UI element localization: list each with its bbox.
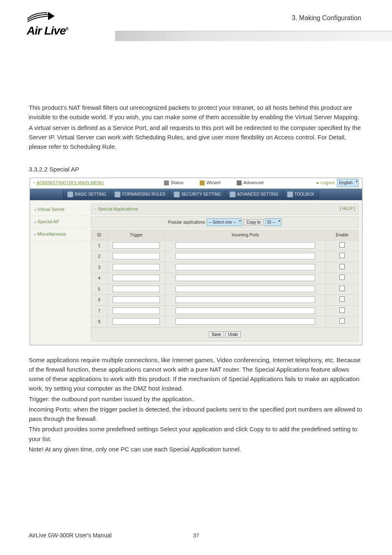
row-id: 4 <box>91 273 108 284</box>
nav-security-setting[interactable]: SECURITY SETTING <box>170 190 226 199</box>
advanced-nav-icon <box>230 192 235 197</box>
copy-to-button[interactable]: Copy to <box>244 219 263 225</box>
sidebar-item-special-ap[interactable]: ●Special AP <box>30 216 88 228</box>
nav-basic-setting[interactable]: BASIC SETTING <box>63 190 111 199</box>
trigger-input[interactable] <box>113 318 159 325</box>
security-icon <box>174 192 180 197</box>
logout-link[interactable]: ▸ Logout <box>317 179 334 186</box>
undo-button[interactable]: Undo <box>225 331 241 338</box>
row-id: 7 <box>91 305 108 317</box>
trigger-input[interactable] <box>113 264 159 271</box>
col-trigger: Trigger <box>108 230 165 240</box>
toolbox-icon <box>287 192 293 197</box>
footer-manual: AirLive GW-300R User's Manual <box>29 532 112 539</box>
nav-forwarding-rules[interactable]: FORWARDING RULES <box>111 190 170 199</box>
trigger-input[interactable] <box>113 242 159 249</box>
table-row: 1 <box>91 240 359 251</box>
trigger-input[interactable] <box>113 296 159 303</box>
nav-advanced-setting[interactable]: ADVANCED SETTING <box>226 190 283 199</box>
table-row: 5 <box>91 284 359 295</box>
incoming-input[interactable] <box>175 242 315 249</box>
col-enable: Enable <box>326 230 359 240</box>
enable-checkbox[interactable] <box>339 286 345 291</box>
trigger-input[interactable] <box>113 286 159 292</box>
admin-panel: ▫ ADMINISTRATOR's MAIN MENU Status Wizar… <box>30 178 362 345</box>
forwarding-icon <box>115 192 120 197</box>
table-row: 7 <box>91 305 359 317</box>
sidebar-item-virtual-server[interactable]: ●Virtual Server <box>30 204 88 216</box>
paragraph-6: This product provides some predefined se… <box>29 424 363 444</box>
header-divider <box>115 31 392 41</box>
col-incoming: Incoming Ports <box>165 230 326 240</box>
incoming-input[interactable] <box>175 264 315 271</box>
wizard-link[interactable]: Wizard <box>200 179 220 186</box>
incoming-input[interactable] <box>175 296 315 303</box>
admin-sidebar: ●Virtual Server ●Special AP ●Miscellaneo… <box>30 200 88 345</box>
trigger-input[interactable] <box>113 253 159 259</box>
col-id: ID <box>91 230 108 240</box>
trigger-input[interactable] <box>113 308 159 314</box>
incoming-input[interactable] <box>175 308 315 314</box>
enable-checkbox[interactable] <box>339 308 345 313</box>
row-id: 2 <box>91 251 108 262</box>
row-id: 8 <box>91 317 108 328</box>
sidebar-bullet: ▫ <box>33 179 35 186</box>
row-id: 5 <box>91 284 108 295</box>
paragraph-4: Trigger: the outbound port number issued… <box>29 394 363 404</box>
table-row: 2 <box>91 251 359 262</box>
popular-label: Popular applications <box>168 219 205 226</box>
table-row: 6 <box>91 295 359 306</box>
logo-reg: ® <box>66 27 68 31</box>
table-row: 4 <box>91 273 359 284</box>
chapter-title: 3. Making Configuration <box>292 14 361 22</box>
enable-checkbox[interactable] <box>339 253 345 258</box>
enable-checkbox[interactable] <box>339 242 345 247</box>
paragraph-1: This product's NAT firewall filters out … <box>29 103 363 122</box>
special-ap-table: ID Trigger Incoming Ports Enable 1234567… <box>91 230 359 328</box>
advanced-icon <box>237 180 242 185</box>
advanced-link[interactable]: Advanced <box>237 179 263 186</box>
wizard-icon <box>200 180 205 185</box>
admin-main-menu-title[interactable]: ADMINISTRATOR's MAIN MENU <box>37 179 111 186</box>
enable-checkbox[interactable] <box>339 296 345 302</box>
nav-bar: BASIC SETTING FORWARDING RULES SECURITY … <box>30 189 362 200</box>
paragraph-2: A virtual server is defined as a Service… <box>29 123 363 152</box>
table-row: 8 <box>91 317 359 328</box>
logo-text-post: Live <box>44 24 66 37</box>
paragraph-7: Note! At any given time, only one PC can… <box>29 444 363 454</box>
incoming-input[interactable] <box>175 286 315 292</box>
incoming-input[interactable] <box>175 275 315 281</box>
help-link[interactable]: [ HELP ] <box>340 206 355 212</box>
row-id: 6 <box>91 295 108 306</box>
nav-toolbox[interactable]: TOOLBOX <box>283 190 319 199</box>
save-button[interactable]: Save <box>209 331 224 338</box>
enable-checkbox[interactable] <box>339 264 345 269</box>
logo-text-pre: Air <box>27 24 42 37</box>
id-select[interactable]: ID -- <box>265 218 281 227</box>
status-icon <box>164 180 169 185</box>
incoming-input[interactable] <box>175 253 315 259</box>
paragraph-3: Some applications require multiple conne… <box>29 355 363 393</box>
enable-checkbox[interactable] <box>339 275 345 280</box>
status-link[interactable]: Status <box>164 179 183 186</box>
row-id: 3 <box>91 262 108 273</box>
trigger-input[interactable] <box>113 275 159 281</box>
incoming-input[interactable] <box>175 318 315 325</box>
row-id: 1 <box>91 240 108 251</box>
popular-select[interactable]: -- Select one -- <box>207 218 242 227</box>
paragraph-5: Incoming Ports: when the trigger packet … <box>29 405 363 424</box>
footer-page-number: 37 <box>193 532 199 539</box>
basic-icon <box>67 192 73 197</box>
logo: Air Live® <box>27 10 68 37</box>
sidebar-item-miscellaneous[interactable]: ●Miscellaneous <box>30 228 88 240</box>
section-title: Special Applications <box>98 206 138 211</box>
enable-checkbox[interactable] <box>339 318 345 324</box>
language-select[interactable]: English <box>337 179 359 187</box>
section-heading: 3.3.2.2 Special AP <box>29 164 363 174</box>
table-row: 3 <box>91 262 359 273</box>
